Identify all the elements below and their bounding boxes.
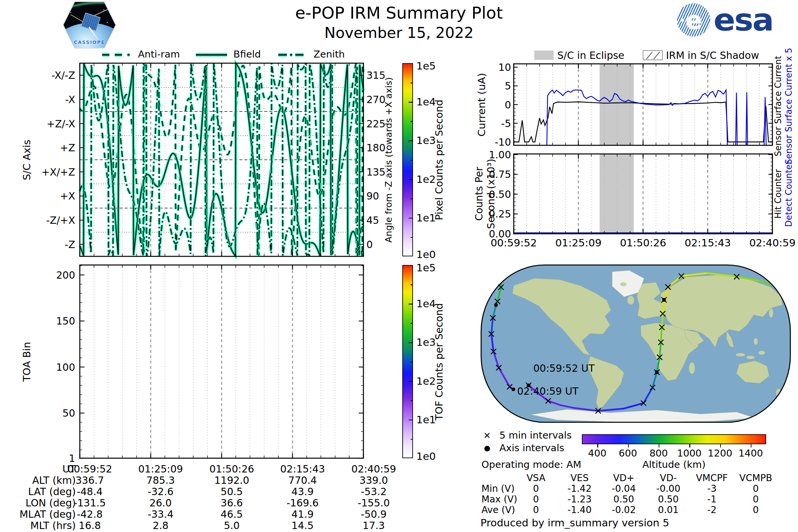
ephemeris-cell: 02:40:59	[352, 463, 396, 474]
charts-layer: -X/-Z-X+Z/-X+Z+X/+Z+X-Z/+X-Z315270225180…	[0, 0, 798, 532]
ephemeris-cell: 01:25:09	[138, 463, 183, 474]
time-xtick: 02:40:59	[749, 237, 795, 248]
voltage-col-header: VMCPF	[696, 473, 728, 483]
tof-colorbar-tickmark	[408, 342, 413, 343]
counts-right-label-black: Hit Counter	[773, 169, 783, 218]
ephemeris-cell: -32.6	[148, 486, 174, 497]
time-xtick: 02:15:43	[685, 237, 731, 248]
toa-ytick: 150	[56, 316, 75, 326]
ephemeris-cell: 41.9	[291, 509, 314, 520]
tof-colorbar-tickmark	[408, 304, 413, 305]
sc-axis-ytick: +Z	[60, 142, 75, 153]
ephemeris-cell: 00:59:52	[68, 463, 112, 474]
track-segment	[662, 314, 663, 327]
tof-colorbar-tick: 1e0	[416, 451, 436, 462]
voltage-cell: 0	[753, 484, 759, 494]
legend-label-Bfield: Bfield	[233, 49, 261, 60]
voltage-col-header: VES	[571, 473, 589, 483]
axis-interval-marker	[662, 298, 666, 302]
voltage-cell: -0.02	[612, 505, 636, 515]
voltage-cell: 0	[753, 494, 759, 505]
angle-ytick: 0	[366, 239, 373, 250]
current-ylabel: Current (uA)	[475, 73, 488, 136]
altitude-tickmark	[628, 444, 629, 448]
voltage-col-header: VCMPB	[740, 473, 773, 483]
iceland	[620, 282, 627, 286]
tof-colorbar-label: TOF Counts per Second	[433, 303, 445, 420]
voltage-col-header: VD-	[660, 473, 677, 483]
ephemeris-row-label: LAT (deg)	[28, 486, 76, 497]
altitude-tickmark	[659, 444, 660, 448]
toa-ylabel: TOA Bin	[21, 342, 33, 381]
pixel-colorbar-tickmark	[411, 237, 413, 238]
voltage-cell: 0.50	[658, 494, 679, 505]
madagascar	[689, 362, 695, 374]
current-right-label-black: Sensor Surface Current	[773, 56, 783, 156]
page: CASSIOPE e-POP IRM Summary Plot November…	[0, 0, 798, 532]
legend-label-Anti-ram: Anti-ram	[138, 49, 180, 60]
eclipse-band	[600, 64, 634, 145]
counts-ylabel-line2: Second (x10³)	[485, 158, 497, 229]
voltage-cell: 0.50	[613, 494, 634, 505]
pixel-colorbar-tickmark	[411, 198, 413, 200]
current-ytick: -5	[501, 118, 511, 129]
altitude-tick: 400	[588, 448, 606, 459]
ephemeris-cell: 14.5	[291, 520, 314, 531]
tof-colorbar-tickmark	[411, 400, 413, 401]
angle-ytick: 315	[366, 70, 385, 81]
voltage-col-header: VD+	[613, 473, 634, 483]
voltage-col-header: VSA	[527, 473, 546, 483]
sc-axis-plot	[80, 63, 363, 256]
ephemeris-cell: 5.0	[224, 520, 240, 531]
voltage-cell: -1.23	[568, 494, 591, 505]
tof-colorbar-tick: 1e5	[416, 262, 436, 273]
toa-ytick: 100	[56, 362, 75, 373]
british-isles	[627, 296, 634, 305]
ephemeris-cell: 26.0	[150, 497, 172, 508]
voltage-cell: -0.00	[657, 484, 680, 494]
ephemeris-row-label: MLT (hrs)	[30, 520, 76, 531]
axis-interval-marker	[512, 387, 515, 391]
tof-colorbar-tickmark	[408, 381, 413, 382]
time-xtick: 01:50:26	[620, 237, 666, 248]
ephemeris-cell: 02:15:43	[280, 463, 325, 474]
voltage-row-label: Ave (V)	[481, 505, 515, 515]
toa-plot	[80, 265, 363, 458]
japan	[769, 308, 773, 318]
altitude-tick: 1200	[708, 448, 733, 459]
counts-ylabel-line1: Counts Per	[473, 167, 485, 221]
counts-plot	[514, 154, 773, 234]
sc-legend	[0, 49, 366, 60]
ephemeris-cell: 36.6	[221, 497, 243, 508]
ephemeris-cell: 43.9	[291, 486, 314, 497]
angle-ytick: 90	[366, 191, 379, 202]
ephemeris-cell: 46.5	[221, 509, 243, 520]
sc-axis-ytick: -X	[65, 94, 75, 105]
current-ytick: 5	[505, 80, 511, 92]
ephemeris-cell: -42.8	[77, 509, 103, 520]
indonesia	[736, 353, 745, 357]
ephemeris-cell: -53.2	[361, 486, 387, 497]
axis-interval-marker	[655, 370, 659, 374]
pixel-colorbar-label: Pixel Counts per Second	[433, 99, 445, 220]
voltage-row-label: Max (V)	[481, 494, 517, 505]
altitude-tickmark	[597, 444, 598, 448]
ground-track-map: 00:59:52 UT02:40:59 UT	[480, 264, 791, 423]
voltage-cell: 0	[753, 505, 759, 515]
ephemeris-cell: 01:50:26	[209, 463, 254, 474]
ephemeris-cell: 1192.0	[214, 475, 249, 486]
philippines	[754, 338, 758, 345]
ephemeris-cell: 50.5	[221, 486, 243, 497]
ephemeris-cell: 336.7	[75, 475, 104, 486]
altitude-tick: 1000	[677, 448, 702, 459]
altitude-bar-label: Altitude (km)	[642, 459, 706, 470]
pixel-colorbar-tickmark	[411, 82, 413, 83]
time-xtick: 01:25:09	[555, 237, 602, 248]
ephemeris-cell: -131.5	[74, 497, 106, 508]
angle-ytick: 180	[366, 142, 385, 153]
track-start-label: 00:59:52 UT	[533, 362, 595, 374]
current-ytick: -10	[495, 136, 511, 147]
sc-axis-ytick: +X	[60, 191, 75, 202]
tof-colorbar-tickmark	[408, 420, 413, 421]
altitude-tick: 600	[619, 448, 637, 459]
